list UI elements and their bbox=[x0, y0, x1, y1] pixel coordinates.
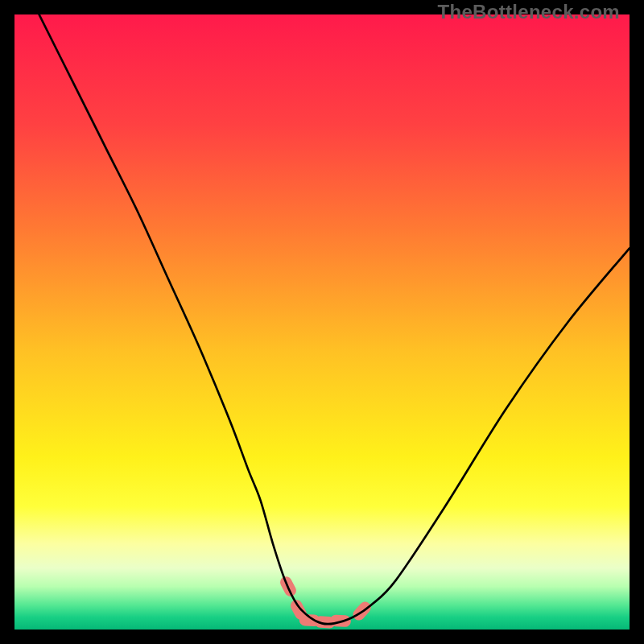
bottleneck-curve bbox=[39, 14, 630, 624]
chart-curve-layer bbox=[14, 14, 630, 630]
chart-frame: TheBottleneck.com bbox=[14, 0, 630, 630]
chart-plot-area bbox=[14, 14, 630, 630]
watermark-text: TheBottleneck.com bbox=[438, 1, 620, 23]
chart-markers-group bbox=[278, 575, 373, 629]
